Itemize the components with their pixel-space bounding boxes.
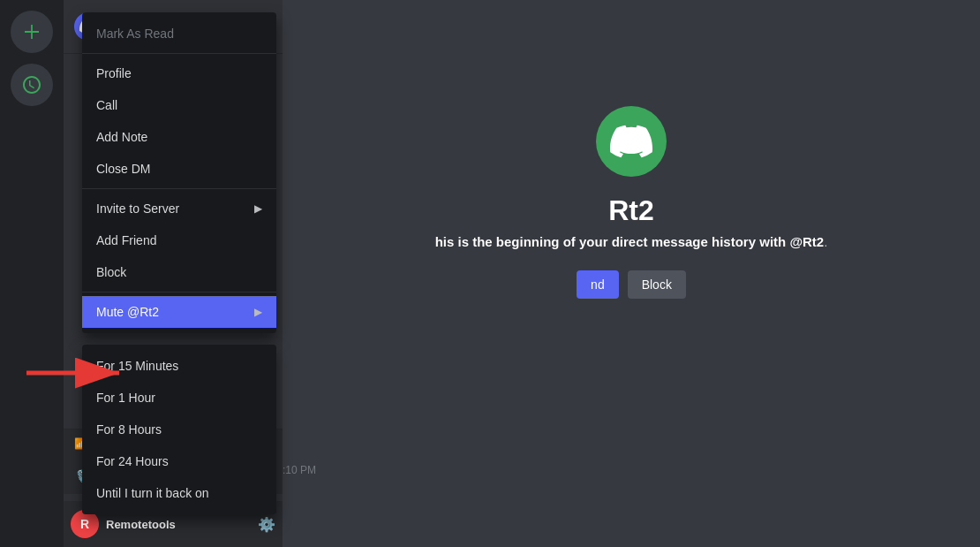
menu-divider-3: [82, 292, 276, 292]
welcome-message: his is the beginning of your direct mess…: [435, 234, 828, 249]
menu-item-invite-to-server[interactable]: Invite to Server ▶: [82, 193, 276, 224]
add-friend-button[interactable]: nd: [577, 270, 619, 299]
block-button[interactable]: Block: [628, 270, 686, 299]
menu-item-call[interactable]: Call: [82, 89, 276, 121]
chat-timestamp: :10 PM: [283, 464, 316, 476]
username-display: Rt2: [608, 194, 654, 227]
menu-item-close-dm[interactable]: Close DM: [82, 153, 276, 185]
submenu-item-until-off[interactable]: Until I turn it back on: [82, 477, 276, 509]
submenu-item-8hours[interactable]: For 8 Hours: [82, 414, 276, 445]
menu-item-add-note[interactable]: Add Note: [82, 121, 276, 153]
main-content: Rt2 his is the beginning of your direct …: [283, 0, 980, 547]
action-buttons: nd Block: [577, 270, 686, 299]
user-avatar-big: [596, 106, 667, 177]
menu-item-add-friend[interactable]: Add Friend: [82, 224, 276, 256]
chevron-right-icon: ▶: [254, 202, 262, 215]
bottom-actions: ⚙️: [258, 516, 275, 533]
mention-text: @Rt2: [789, 234, 824, 249]
submenu-item-24hours[interactable]: For 24 Hours: [82, 445, 276, 477]
bottom-username: Remotetools: [106, 518, 251, 531]
context-menu: Mark As Read Profile Call Add Note Close…: [82, 12, 276, 333]
red-arrow: [26, 355, 132, 394]
menu-item-mute[interactable]: Mute @Rt2 ▶: [82, 296, 276, 328]
menu-item-block[interactable]: Block: [82, 256, 276, 288]
menu-divider-1: [82, 53, 276, 54]
menu-item-mark-as-read: Mark As Read: [82, 18, 276, 49]
chevron-right-mute-icon: ▶: [254, 306, 262, 318]
settings-icon[interactable]: ⚙️: [258, 516, 275, 533]
menu-item-profile[interactable]: Profile: [82, 57, 276, 89]
menu-divider-2: [82, 188, 276, 189]
add-server-button[interactable]: [11, 11, 53, 53]
discover-button[interactable]: [11, 64, 53, 106]
sidebar: [0, 0, 64, 547]
